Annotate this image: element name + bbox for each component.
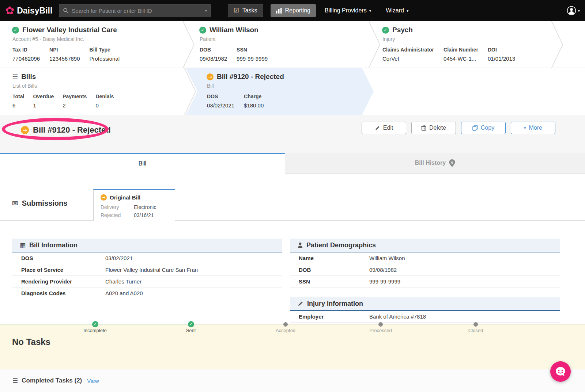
crumb-subtitle: Bill <box>207 83 284 89</box>
table-row: Rendering ProviderCharles Turner <box>12 276 282 288</box>
chevron-separator <box>184 68 196 115</box>
arrow-right-circle-icon: → <box>21 126 29 134</box>
envelope-icon: ✉ <box>12 199 18 208</box>
caret-down-icon: ▾ <box>524 126 526 130</box>
delete-button[interactable]: Delete <box>411 122 456 134</box>
crumb-injury[interactable]: ✓ Psych Injury Claims Administrator CorV… <box>382 26 515 62</box>
injury-information-panel: Injury Information EmployerBank of Ameri… <box>290 297 560 323</box>
copy-button[interactable]: Copy <box>461 122 506 134</box>
panel-header: Injury Information <box>290 297 560 311</box>
crumb-subtitle: Injury <box>382 36 515 42</box>
wizard-menu[interactable]: Wizard ▾ <box>386 7 408 14</box>
list-icon: ☰ <box>12 73 18 81</box>
panel-header: Patient Demographics <box>290 239 560 252</box>
table-row: SSN999-99-9999 <box>290 276 560 288</box>
step-check-icon: ✓ <box>92 321 98 327</box>
tab-bill[interactable]: Bill <box>0 153 285 174</box>
crumb-field: SSN 999-99-9999 <box>237 47 268 62</box>
crumb-field: Overdue 1 <box>33 94 54 109</box>
original-bill-tab[interactable]: → Original Bill Delivery Electronic Reje… <box>93 189 175 221</box>
pencil-icon <box>375 125 380 131</box>
page-header: → Bill #9120 - Rejected Edit Delete Copy… <box>0 115 585 153</box>
arrow-right-circle-icon: → <box>207 73 214 80</box>
crumb-field: Total 6 <box>12 94 24 109</box>
timeline-step-label: Processed <box>355 328 406 333</box>
arrow-right-circle-icon: → <box>101 194 107 201</box>
timeline-step-label: Incomplete <box>69 328 121 333</box>
table-row: DOB09/08/1982 <box>290 264 560 276</box>
svg-text:0: 0 <box>451 160 453 164</box>
crumb-field: Denials 0 <box>95 94 114 109</box>
view-link[interactable]: View <box>87 378 99 384</box>
chevron-separator <box>183 21 195 68</box>
crumb-field: DOS 03/02/2021 <box>207 94 234 109</box>
table-row: Place of ServiceFlower Valley Industral … <box>12 264 282 276</box>
daisybill-logo[interactable]: ✿ DaisyBill <box>5 5 52 16</box>
edit-button[interactable]: Edit <box>362 122 406 134</box>
submission-row: Rejected 03/16/21 <box>101 212 175 218</box>
step-dot-icon <box>283 322 288 327</box>
crumb-current-bill[interactable]: → Bill #9120 - Rejected Bill DOS 03/02/2… <box>207 73 284 109</box>
completed-tasks-title: Completed Tasks (2) <box>22 377 82 384</box>
step-dot-icon <box>378 322 383 327</box>
crumb-field: Charge $180.00 <box>244 94 264 109</box>
copy-icon <box>472 125 478 131</box>
check-circle-icon: ✓ <box>382 27 389 34</box>
search-input[interactable] <box>72 8 201 14</box>
crumb-field: Tax ID 770462096 <box>12 47 40 62</box>
crumb-field: Payments 2 <box>63 94 87 109</box>
table-row: EmployerBank of America #7818 <box>290 311 560 323</box>
submissions-section: ✉ Submissions → Original Bill Delivery E… <box>0 174 585 221</box>
panel-header: ▦ Bill Information <box>12 239 282 252</box>
more-button[interactable]: ▾ More <box>511 122 555 134</box>
person-icon <box>298 242 303 248</box>
chevron-separator <box>369 21 380 68</box>
check-circle-icon: ✓ <box>199 27 206 34</box>
crumb-billing-provider[interactable]: ✓ Flower Valley Industrial Care Account … <box>12 26 120 62</box>
patient-demographics-panel: Patient Demographics NameWilliam Wilson … <box>290 239 560 288</box>
check-circle-icon: ✓ <box>12 27 19 34</box>
bill-information-panel: ▦ Bill Information DOS03/02/2021 Place o… <box>12 239 282 299</box>
timeline-step-label: Sent <box>165 328 216 333</box>
chevron-separator <box>551 21 563 68</box>
bill-actions: Edit Delete Copy ▾ More <box>362 122 555 134</box>
user-account-menu[interactable]: ▾ <box>567 6 580 15</box>
bar-chart-icon <box>276 8 282 14</box>
crumb-field: DOB 09/08/1982 <box>200 47 227 62</box>
table-row: DOS03/02/2021 <box>12 252 282 264</box>
table-icon: ▦ <box>20 241 26 249</box>
chevron-down-icon: ▾ <box>369 8 371 13</box>
crumb-bills-list[interactable]: ☰ Bills List of Bills Total 6 Overdue 1 … <box>12 73 114 109</box>
crumb-subtitle: Patient <box>200 36 268 42</box>
crumb-subtitle: Account #5 - Daisy Medical Inc. <box>12 36 120 42</box>
chat-smiley-icon <box>555 366 566 377</box>
billing-providers-menu[interactable]: Billing Providers ▾ <box>325 7 371 14</box>
chevron-down-icon: ▾ <box>407 8 409 13</box>
search-icon <box>63 8 69 14</box>
timeline-step-label: Closed <box>450 328 501 333</box>
chat-button[interactable] <box>550 361 571 382</box>
search-box[interactable]: ▾ <box>59 4 211 17</box>
crumb-field: DOI 01/01/2013 <box>488 47 515 62</box>
flower-icon: ✿ <box>5 5 14 16</box>
table-row: Diagnosis CodesA020 and A020 <box>12 288 282 299</box>
tasks-check-icon: ☑ <box>234 8 239 14</box>
breadcrumb-row-1: ✓ Flower Valley Industrial Care Account … <box>0 21 585 68</box>
pin-badge-icon: 0 <box>449 159 455 167</box>
crumb-subtitle: List of Bills <box>12 83 114 89</box>
step-check-icon: ✓ <box>188 321 194 327</box>
timeline-step-label: Accepted <box>260 328 311 333</box>
page-title: → Bill #9120 - Rejected <box>21 125 111 135</box>
search-dropdown-caret-icon[interactable]: ▾ <box>201 7 207 14</box>
daisybill-app: ✿ DaisyBill ▾ ☑ Tasks Reporting Billing … <box>0 0 585 392</box>
tasks-button[interactable]: ☑ Tasks <box>228 4 263 17</box>
chevron-down-icon: ▾ <box>578 8 580 13</box>
reporting-button[interactable]: Reporting <box>271 4 316 17</box>
crumb-field: Claim Number 0454-WC-1... <box>444 47 478 62</box>
table-row: NameWilliam Wilson <box>290 252 560 264</box>
tab-bill-history[interactable]: Bill History 0 <box>285 153 585 174</box>
submission-row: Delivery Electronic <box>101 204 175 210</box>
crumb-patient[interactable]: ✓ William Wilson Patient DOB 09/08/1982 … <box>199 26 268 62</box>
submissions-title: ✉ Submissions <box>12 199 67 208</box>
breadcrumb-row-2: ☰ Bills List of Bills Total 6 Overdue 1 … <box>0 68 585 115</box>
